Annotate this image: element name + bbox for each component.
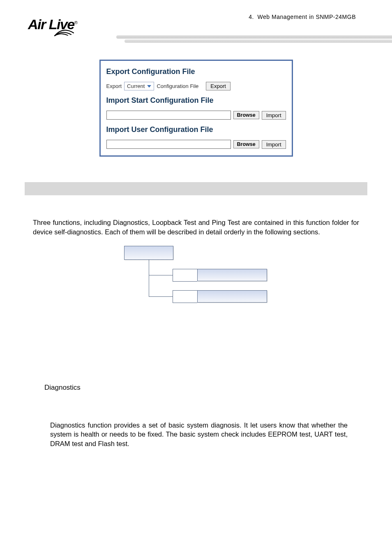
diagnostics-tree-diagram: [124, 246, 268, 318]
breadcrumb: 4. Web Management in SNMP-24MGB: [249, 14, 356, 20]
export-button[interactable]: Export: [206, 82, 231, 90]
import-button[interactable]: Import: [262, 140, 286, 149]
import-start-row: Browse Import: [106, 111, 286, 120]
export-prefix-label: Export: [106, 83, 122, 89]
import-user-row: Browse Import: [106, 140, 286, 149]
config-file-panel: Export Configuration File Export Current…: [99, 60, 293, 157]
export-type-select[interactable]: Current: [124, 82, 154, 90]
diagram-connector: [173, 269, 197, 269]
panel-heading-import-user: Import User Configuration File: [106, 125, 286, 134]
panel-heading-export: Export Configuration File: [106, 67, 286, 76]
diagram-connector: [173, 290, 173, 303]
diagram-connector: [149, 296, 173, 297]
diagram-connector: [149, 275, 173, 275]
subsection-title: Diagnostics: [44, 384, 392, 392]
import-user-file-input[interactable]: [106, 140, 231, 149]
export-suffix-label: Configuration File: [157, 83, 198, 89]
export-row: Export Current Configuration File Export: [106, 82, 286, 90]
diagram-connector: [173, 303, 197, 303]
import-start-file-input[interactable]: [106, 111, 231, 120]
diagram-connector: [173, 281, 197, 282]
section-intro-text: Three functions, including Diagnostics, …: [33, 218, 359, 237]
import-user-file-field[interactable]: [107, 140, 231, 148]
import-button[interactable]: Import: [262, 111, 286, 120]
panel-heading-import-start: Import Start Configuration File: [106, 96, 286, 105]
export-select-value: Current: [127, 83, 145, 89]
browse-button[interactable]: Browse: [233, 140, 259, 148]
diagram-connector: [173, 269, 173, 281]
section-heading-bar: [25, 182, 367, 195]
diagram-node: [197, 269, 267, 281]
import-start-file-field[interactable]: [107, 111, 231, 119]
diagram-connector: [173, 290, 197, 291]
browse-button[interactable]: Browse: [233, 111, 259, 119]
brand-logo: Air Live®: [28, 16, 77, 32]
logo-arcs-icon: [54, 26, 83, 37]
diagram-node: [197, 290, 267, 303]
diagram-node: [124, 246, 173, 260]
subsection-body: Diagnostics function provides a set of b…: [50, 421, 348, 449]
header-divider: [116, 35, 392, 44]
diagram-connector: [149, 260, 149, 297]
page-header: Air Live® 4. Web Management in SNMP-24MG…: [0, 0, 392, 45]
chevron-down-icon: [147, 85, 151, 88]
